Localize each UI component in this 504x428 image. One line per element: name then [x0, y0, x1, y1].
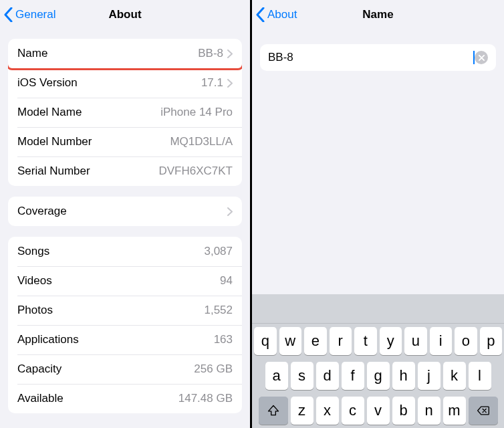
- key-p[interactable]: p: [480, 327, 503, 355]
- available-label: Available: [17, 392, 64, 405]
- back-button-general[interactable]: General: [4, 0, 55, 29]
- ios-label: iOS Version: [17, 76, 78, 90]
- clear-text-button[interactable]: [475, 51, 488, 64]
- key-m[interactable]: m: [443, 397, 466, 425]
- key-k[interactable]: k: [443, 362, 466, 390]
- key-i[interactable]: i: [430, 327, 453, 355]
- key-n[interactable]: n: [418, 397, 440, 425]
- back-label: About: [267, 8, 297, 21]
- applications-row: Applications 163: [8, 325, 242, 354]
- key-t[interactable]: t: [354, 327, 377, 355]
- photos-value: 1,552: [204, 304, 233, 317]
- capacity-value: 256 GB: [194, 362, 233, 376]
- serial-number-row: Serial Number DVFH6XC7KT: [8, 156, 242, 186]
- name-value: BB-8: [198, 47, 223, 60]
- shift-icon: [267, 404, 280, 417]
- back-label: General: [15, 8, 55, 21]
- coverage-label: Coverage: [17, 205, 67, 218]
- key-o[interactable]: o: [455, 327, 477, 355]
- capacity-label: Capacity: [17, 362, 61, 376]
- delete-key[interactable]: [469, 397, 498, 425]
- key-x[interactable]: x: [316, 397, 339, 425]
- ios-value: 17.1: [201, 76, 223, 90]
- model-number-label: Model Number: [17, 135, 92, 148]
- photos-label: Photos: [17, 304, 53, 317]
- storage-group: Songs 3,087 Videos 94 Photos 1,552 Appli…: [8, 237, 242, 413]
- key-c[interactable]: c: [342, 397, 364, 425]
- key-z[interactable]: z: [291, 397, 313, 425]
- model-name-value: iPhone 14 Pro: [160, 106, 233, 119]
- videos-row: Videos 94: [8, 266, 242, 296]
- model-number-row: Model Number MQ1D3LL/A: [8, 127, 242, 156]
- coverage-row[interactable]: Coverage: [8, 197, 242, 226]
- chevron-left-icon: [4, 7, 13, 22]
- key-w[interactable]: w: [279, 327, 302, 355]
- name-input-row: BB-8: [260, 44, 496, 71]
- capacity-row: Capacity 256 GB: [8, 354, 242, 384]
- serial-value: DVFH6XC7KT: [158, 165, 233, 178]
- serial-label: Serial Number: [17, 165, 90, 178]
- navbar-about: General About: [0, 0, 250, 29]
- navbar-name: About Name: [252, 0, 504, 29]
- model-number-value: MQ1D3LL/A: [170, 135, 233, 148]
- back-button-about[interactable]: About: [256, 0, 297, 29]
- key-g[interactable]: g: [367, 362, 390, 390]
- key-j[interactable]: j: [418, 362, 440, 390]
- page-title: About: [108, 8, 141, 21]
- coverage-group: Coverage: [8, 197, 242, 226]
- key-y[interactable]: y: [380, 327, 402, 355]
- key-v[interactable]: v: [367, 397, 390, 425]
- name-row[interactable]: Name BB-8: [8, 39, 242, 68]
- available-row: Available 147.48 GB: [8, 384, 242, 413]
- name-label: Name: [17, 47, 47, 60]
- songs-label: Songs: [17, 245, 49, 258]
- photos-row: Photos 1,552: [8, 296, 242, 325]
- songs-value: 3,087: [204, 245, 233, 258]
- shift-key[interactable]: [259, 397, 288, 425]
- name-input[interactable]: BB-8: [268, 51, 473, 64]
- key-e[interactable]: e: [304, 327, 327, 355]
- model-name-label: Model Name: [17, 106, 82, 119]
- videos-value: 94: [220, 274, 233, 288]
- key-u[interactable]: u: [404, 327, 427, 355]
- chevron-right-icon: [227, 79, 233, 88]
- available-value: 147.48 GB: [178, 392, 233, 405]
- key-h[interactable]: h: [392, 362, 415, 390]
- name-edit-screen: About Name BB-8 qwertyuiop asdfghjkl zxc…: [252, 0, 504, 428]
- videos-label: Videos: [17, 274, 52, 288]
- keyboard: qwertyuiop asdfghjkl zxcvbnm: [252, 294, 504, 428]
- keyboard-row-2: asdfghjkl: [252, 358, 504, 393]
- key-q[interactable]: q: [254, 327, 277, 355]
- keyboard-row-1: qwertyuiop: [252, 324, 504, 358]
- key-a[interactable]: a: [265, 362, 288, 390]
- apps-value: 163: [214, 333, 233, 346]
- chevron-right-icon: [227, 49, 233, 58]
- page-title: Name: [362, 8, 393, 21]
- model-name-row: Model Name iPhone 14 Pro: [8, 98, 242, 127]
- xmark-icon: [479, 55, 485, 61]
- keyboard-row-3: zxcvbnm: [252, 393, 504, 428]
- ios-version-row[interactable]: iOS Version 17.1: [8, 68, 242, 98]
- key-f[interactable]: f: [342, 362, 364, 390]
- chevron-left-icon: [256, 7, 265, 22]
- apps-label: Applications: [17, 333, 79, 346]
- chevron-right-icon: [227, 207, 233, 216]
- key-d[interactable]: d: [316, 362, 339, 390]
- key-r[interactable]: r: [330, 327, 352, 355]
- about-info-group: Name BB-8 iOS Version 17.1 Model Name iP…: [8, 39, 242, 186]
- key-s[interactable]: s: [291, 362, 313, 390]
- key-b[interactable]: b: [392, 397, 415, 425]
- about-screen: General About Name BB-8 iOS Version 17.1: [0, 0, 252, 428]
- key-l[interactable]: l: [469, 362, 491, 390]
- keyboard-candidates-bar[interactable]: [252, 297, 504, 324]
- delete-icon: [477, 404, 490, 417]
- songs-row: Songs 3,087: [8, 237, 242, 266]
